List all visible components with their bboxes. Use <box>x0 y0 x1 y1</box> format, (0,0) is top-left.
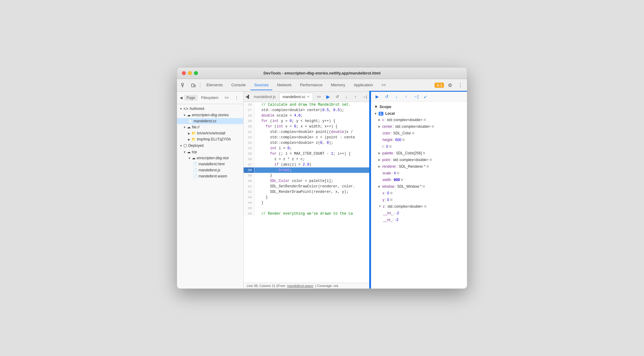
svg-rect-0 <box>182 83 183 85</box>
scale-grid-icon: ⊞ <box>397 170 399 176</box>
sidebar-top[interactable]: ▼ ☁ top <box>177 149 243 155</box>
sidebar-file-mandelbrot-cc[interactable]: 📄 mandelbrot.cc <box>177 118 243 124</box>
scope-var-palette[interactable]: ▶ palette : SDL_Color[256] ⊞ <box>371 150 467 157</box>
more-icon[interactable]: ⋮ <box>456 81 465 90</box>
sidebar-deployed-header[interactable]: ▼ ⬡ Deployed <box>177 142 243 149</box>
step-out-btn[interactable]: ↑ <box>402 93 410 100</box>
step-over-icon[interactable]: ↺ <box>334 93 341 101</box>
scope-var-point[interactable]: ▶ point : std::complex<double> ⊞ <box>371 157 467 163</box>
scope-var-center[interactable]: ▶ center : std::complex<double> ⊞ <box>371 123 467 130</box>
scope-var-height[interactable]: height : 600 ⊞ <box>371 137 467 143</box>
sidebar-file-uri[interactable]: ▼ ☁ file:// <box>177 124 243 130</box>
step-btn[interactable]: →| <box>412 93 419 100</box>
top-label: top <box>192 150 197 154</box>
scope-panel: ▶ ↺ ↓ ↑ →| ↙ ▼ Scope ▼ L Local <box>370 92 467 288</box>
cloud3-label: emscripten-dbg-stor <box>197 156 229 160</box>
close-button[interactable] <box>182 71 186 75</box>
resume-icon[interactable]: ▶ <box>373 93 381 100</box>
tab-cc-label: mandelbrot.cc <box>283 95 305 99</box>
file-cc-icon: 📄 <box>188 119 192 123</box>
scope-var-z[interactable]: ▼ z : std::complex<double> ⊞ <box>371 203 467 210</box>
code-line-37: 37 if (abs(z) > 2.0) <box>244 162 370 167</box>
deployed-arrow: ▼ <box>179 144 182 147</box>
tab-more-btn[interactable]: >> <box>314 93 324 101</box>
scope-var-z-im[interactable]: __im_ : -2 <box>371 210 467 216</box>
code-line-40: 40 SDL_Color color = palette[i]; <box>244 178 370 184</box>
file-html-icon: 📄 <box>193 162 197 166</box>
maximize-button[interactable] <box>194 71 198 75</box>
scope-var-color[interactable]: color : SDL_Color ⊞ <box>371 130 467 137</box>
sidebar-collapse-icon[interactable]: ◀ <box>179 94 183 102</box>
sidebar-toggle-icon[interactable]: ◀▌ <box>245 93 250 101</box>
file-uri-arrow: ▼ <box>183 126 186 129</box>
warning-badge[interactable]: ⚠ 1 <box>435 83 444 88</box>
step-into-btn[interactable]: ↓ <box>393 93 400 100</box>
height-grid-icon: ⊞ <box>402 137 405 143</box>
folder2-icon: 📁 <box>191 137 196 141</box>
scope-var-i[interactable]: i : 0 ⊞ <box>371 143 467 150</box>
settings-icon[interactable]: ⚙ <box>446 81 454 90</box>
status-bar: Line 38, Column 11 (From mandelbrot.wasm… <box>244 283 370 288</box>
tab-more[interactable]: >> <box>378 80 389 90</box>
tab-cc-close[interactable]: ✕ <box>307 95 310 99</box>
scope-local-header[interactable]: ▼ L Local <box>371 110 467 117</box>
step-out-icon[interactable]: ↑ <box>352 93 359 101</box>
deactivate-btn[interactable]: ↙ <box>422 93 429 100</box>
sidebar-cloud3[interactable]: ▼ ☁ emscripten-dbg-stor <box>177 155 243 161</box>
tab-mandelbrot-cc[interactable]: mandelbrot.cc ✕ <box>279 93 313 101</box>
tab-console[interactable]: Console <box>228 80 249 90</box>
scope-var-x[interactable]: x : 0 ⊞ <box>371 190 467 196</box>
scope-var-window[interactable]: ▶ window : SDL_Window * ⊞ <box>371 183 467 190</box>
tab-sources[interactable]: Sources <box>251 80 272 90</box>
code-line-34: 34 int i = 0; <box>244 146 370 151</box>
sidebar-tab-more[interactable]: >> <box>222 95 231 101</box>
sidebar-folder1[interactable]: ▶ 📁 b/s/w/ir/x/w/install <box>177 130 243 136</box>
scope-var-y[interactable]: y : 0 ⊞ <box>371 196 467 203</box>
renderer-arrow: ▶ <box>378 164 381 169</box>
scope-content: ▼ Scope ▼ L Local ▶ c : std::complex<dou… <box>371 102 467 226</box>
tab-performance[interactable]: Performance <box>296 80 326 90</box>
play-icon[interactable]: ▶ <box>324 93 332 101</box>
scope-local-section: ▼ L Local ▶ c : std::complex<double> ⊞ ▶ <box>371 110 467 224</box>
sidebar-tab-page[interactable]: Page <box>184 95 198 101</box>
warning-icon: ⚠ <box>436 83 439 87</box>
scope-var-scale[interactable]: scale : 4 ⊞ <box>371 170 467 176</box>
sidebar-authored-header[interactable]: ▼ <> Authored <box>177 105 243 112</box>
step-into-icon[interactable]: ↓ <box>343 93 350 101</box>
code-line-32: 32 std::complex<double> c = (point - cen… <box>244 135 370 140</box>
sidebar: ◀ Page Filesystem >> ⋮ ▼ <> Authored ▼ ☁… <box>177 92 244 288</box>
step-icon[interactable]: →| <box>361 93 368 101</box>
step-over-btn[interactable]: ↺ <box>383 93 390 100</box>
sidebar-add-btn[interactable]: ⋮ <box>232 95 241 101</box>
file-wasm-icon: 📄 <box>193 174 197 178</box>
authored-arrow: ▼ <box>179 107 182 110</box>
scope-var-z-re[interactable]: __re_ : -2 <box>371 216 467 223</box>
code-body[interactable]: 26 // Calculate and draw the Mandelbrot … <box>244 102 370 283</box>
tab-mandelbrot-js[interactable]: mandelbrot.js <box>251 93 279 101</box>
x-grid-icon: ⊞ <box>390 190 393 196</box>
cloud3-arrow: ▼ <box>188 157 191 160</box>
code-line-38: 38 break; <box>244 167 370 173</box>
sidebar-tab-filesystem[interactable]: Filesystem <box>199 95 221 101</box>
center-arrow: ▶ <box>378 124 381 129</box>
tab-elements[interactable]: Elements <box>203 80 226 90</box>
sidebar-file-js[interactable]: 📄 mandelbrot.js <box>177 167 243 173</box>
scope-var-renderer[interactable]: ▶ renderer : SDL_Renderer * ⊞ <box>371 163 467 170</box>
sidebar-file-html[interactable]: 📄 mandelbrot.html <box>177 161 243 167</box>
scope-var-width[interactable]: width : 600 ⊞ <box>371 176 467 183</box>
file-wasm-label: mandelbrot.wasm <box>199 174 227 178</box>
status-link[interactable]: mandelbrot.wasm <box>287 284 314 288</box>
minimize-button[interactable] <box>188 71 192 75</box>
window-title: DevTools - emscripten-dbg-stories.netlif… <box>264 71 381 75</box>
sidebar-folder2[interactable]: ▶ 📁 tmp/tmp.ELcTq2YGh <box>177 136 243 142</box>
scope-var-c[interactable]: ▶ c : std::complex<double> ⊞ <box>371 117 467 123</box>
sidebar-cloud1[interactable]: ▼ ☁ emscripten-dbg-stories <box>177 112 243 118</box>
device-icon[interactable] <box>189 81 198 90</box>
file-uri-icon: ☁ <box>187 125 191 129</box>
authored-icon: <> <box>183 106 188 111</box>
inspect-icon[interactable] <box>179 81 188 90</box>
tab-memory[interactable]: Memory <box>327 80 349 90</box>
tab-application[interactable]: Application <box>350 80 377 90</box>
tab-network[interactable]: Network <box>274 80 295 90</box>
sidebar-file-wasm[interactable]: 📄 mandelbrot.wasm <box>177 173 243 179</box>
